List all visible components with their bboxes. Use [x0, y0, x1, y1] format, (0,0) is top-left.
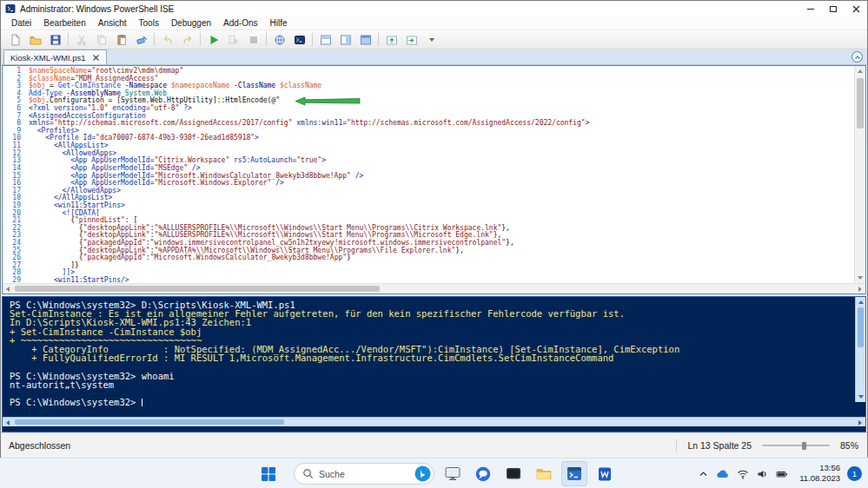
zoom-slider[interactable]: [762, 440, 830, 451]
menu-item-tools[interactable]: Tools: [133, 17, 165, 29]
open-script-button[interactable]: [25, 31, 45, 49]
taskbar-apps: [440, 461, 618, 486]
stop-operation-button[interactable]: [243, 31, 263, 49]
taskbar-search[interactable]: Suche: [294, 463, 434, 485]
editor-area[interactable]: 1$nameSpaceName="root\cimv2\mdm\dmmap"2$…: [3, 66, 865, 283]
code-line-10[interactable]: 10 <Profile Id="dca70007-6874-49b3-930f-…: [3, 135, 854, 142]
menu-item-ansicht[interactable]: Ansicht: [92, 17, 133, 29]
editor-vertical-scrollbar[interactable]: [854, 66, 865, 283]
taskbar: Suche 13:56 11.08.2023 1: [0, 458, 868, 488]
console-line-9[interactable]: PS C:\Windows\system32> whoami: [10, 372, 865, 380]
scroll-left-arrow-icon[interactable]: [6, 287, 10, 292]
line-number: 6: [3, 105, 29, 113]
taskbar-app-powershell-ise[interactable]: [561, 461, 587, 486]
tab-close-icon[interactable]: [92, 54, 100, 62]
code-line-16[interactable]: 16 <App AppUserModelId="Microsoft.Window…: [3, 180, 854, 188]
menu-item-hilfe[interactable]: Hilfe: [264, 17, 294, 29]
wifi-icon[interactable]: [737, 469, 749, 479]
maximize-button[interactable]: [822, 1, 845, 16]
menu-item-bearbeiten[interactable]: Bearbeiten: [37, 17, 91, 29]
start-powershell-exe-button[interactable]: [289, 31, 309, 49]
code-line-17[interactable]: 17 </AllowedApps>: [3, 188, 854, 195]
scroll-up-arrow-icon[interactable]: [858, 300, 864, 304]
taskbar-app-chat[interactable]: [470, 461, 496, 486]
toolbar: [1, 30, 867, 49]
code-line-8[interactable]: 8xmlns="http://schemas.microsoft.com/Ass…: [3, 120, 854, 128]
line-number: 5: [3, 97, 29, 105]
run-script-button[interactable]: [203, 31, 223, 49]
console-line-12[interactable]: PS C:\Windows\system32>: [10, 398, 865, 406]
cut-button[interactable]: [71, 31, 91, 49]
search-placeholder: Suche: [319, 469, 414, 479]
console-line-8[interactable]: [10, 362, 865, 371]
code-line-26[interactable]: 26 {"packagedAppId":"Microsoft.WindowsCa…: [3, 254, 854, 262]
tray-chevron-up-icon[interactable]: [699, 470, 708, 478]
taskbar-app-terminal[interactable]: [500, 461, 527, 486]
onedrive-cloud-icon[interactable]: [716, 469, 729, 478]
console-horizontal-scrollbar[interactable]: [3, 417, 865, 426]
status-text: Abgeschlossen: [9, 440, 70, 451]
taskbar-app-word[interactable]: [592, 461, 618, 486]
script-tab[interactable]: Kiosk-XML-WMI.ps1: [3, 49, 107, 64]
scroll-left-arrow-icon[interactable]: [6, 420, 10, 425]
console-output[interactable]: PS C:\Windows\system32> D:\Scripts\Kiosk…: [10, 300, 865, 406]
taskbar-app-monitor[interactable]: [440, 461, 466, 486]
show-script-pane-maximized-button[interactable]: [355, 31, 375, 49]
console-vertical-scrollbar[interactable]: [855, 297, 865, 402]
script-pane-toggle-button[interactable]: [851, 51, 863, 63]
taskbar-clock[interactable]: 13:56 11.08.2023: [786, 463, 840, 484]
editor-vscroll-thumb[interactable]: [857, 78, 864, 129]
scroll-right-arrow-icon[interactable]: [858, 420, 862, 425]
toolbar-separator: [312, 33, 313, 46]
scroll-up-arrow-icon[interactable]: [858, 69, 863, 73]
console-hscroll-thumb[interactable]: [15, 419, 284, 425]
show-command-window-button[interactable]: [401, 31, 421, 49]
console-vscroll-thumb[interactable]: [858, 307, 864, 347]
code-line-11[interactable]: 11 <AllAppsList>: [3, 142, 854, 150]
paste-button[interactable]: [111, 31, 131, 49]
code-line-29[interactable]: 29 <win11:StartPins/>: [3, 277, 854, 283]
console-line-10[interactable]: nt-autorit„t\system: [10, 380, 865, 389]
clear-console-pane-button[interactable]: [131, 31, 151, 49]
menu-item-add-ons[interactable]: Add-Ons: [217, 17, 263, 29]
bing-search-icon[interactable]: [414, 465, 431, 482]
scroll-down-arrow-icon[interactable]: [858, 395, 864, 399]
undo-button[interactable]: [157, 31, 177, 49]
notification-badge[interactable]: 1: [847, 466, 862, 481]
menu-item-debuggen[interactable]: Debuggen: [165, 17, 217, 29]
zoom-level: 85%: [840, 440, 858, 451]
scroll-right-arrow-icon[interactable]: [858, 287, 862, 292]
code-line-18[interactable]: 18 </AllAppsList>: [3, 195, 854, 202]
menu-item-datei[interactable]: Datei: [5, 17, 37, 29]
code-line-28[interactable]: 28 ]]>: [3, 269, 854, 277]
code-line-19[interactable]: 19 <win11:StartPins>: [3, 202, 854, 210]
editor-hscroll-thumb[interactable]: [15, 286, 380, 292]
code-line-27[interactable]: 27 ]}: [3, 262, 854, 270]
minimize-button[interactable]: [799, 1, 822, 16]
clock-date: 11.08.2023: [799, 473, 840, 483]
run-selection-button[interactable]: [223, 31, 243, 49]
line-number: 1: [3, 68, 29, 76]
zoom-slider-thumb[interactable]: [802, 442, 806, 450]
taskbar-app-explorer[interactable]: [531, 461, 557, 486]
volume-icon[interactable]: [757, 469, 768, 479]
windows-logo-icon: [261, 466, 276, 482]
console-line-7[interactable]: + FullyQualifiedErrorId : MI RESULT 1,Mi…: [10, 353, 865, 362]
editor-code[interactable]: 1$nameSpaceName="root\cimv2\mdm\dmmap"2$…: [3, 66, 854, 283]
show-command-addon-button[interactable]: [381, 31, 401, 49]
console-content[interactable]: PS C:\Windows\system32> D:\Scripts\Kiosk…: [3, 297, 865, 417]
toolbar-overflow-button[interactable]: [421, 31, 441, 49]
new-script-button[interactable]: [5, 31, 25, 49]
scroll-down-arrow-icon[interactable]: [858, 276, 863, 280]
toolbar-separator: [68, 33, 69, 46]
redo-button[interactable]: [177, 31, 197, 49]
start-button[interactable]: [259, 465, 278, 484]
title-bar: Administrator: Windows PowerShell ISE: [1, 1, 867, 16]
new-remote-powershell-tab-button[interactable]: [269, 31, 289, 49]
save-button[interactable]: [45, 31, 65, 49]
copy-button[interactable]: [91, 31, 111, 49]
close-button[interactable]: [845, 1, 867, 16]
editor-horizontal-scrollbar[interactable]: [3, 283, 865, 293]
show-script-pane-top-button[interactable]: [315, 31, 335, 49]
show-script-pane-right-button[interactable]: [335, 31, 355, 49]
